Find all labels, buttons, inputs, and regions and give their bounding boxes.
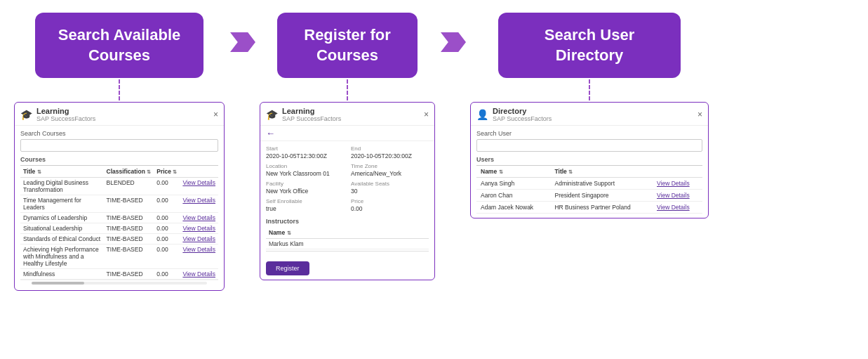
arrow1-shape [230, 32, 255, 52]
timezone-label: Time Zone [351, 163, 429, 169]
course-view-details-cell: View Details [180, 195, 218, 213]
course-price-cell: 0.00 [154, 223, 180, 234]
table-row: Aanya Singh Administrative Support View … [476, 178, 702, 190]
courses-window-title: Learning [36, 107, 95, 115]
course-price-cell: 0.00 [154, 195, 180, 213]
directory-title-text: Directory SAP SuccessFactors [493, 107, 552, 122]
table-row: Leading Digital Business Transformation … [20, 178, 218, 195]
users-section-label: Users [476, 156, 702, 163]
register-hat-icon: 🎓 [266, 109, 278, 120]
course-title-cell: Situational Leadership [20, 223, 104, 234]
user-title-cell: HR Business Partner Poland [550, 202, 653, 214]
col-title[interactable]: Title ⇅ [20, 166, 104, 178]
view-details-link[interactable]: View Details [182, 235, 215, 242]
table-row: Time Management for Leaders TIME-BASED 0… [20, 195, 218, 213]
user-view-details-link[interactable]: View Details [657, 192, 690, 199]
facility-label: Facility [266, 181, 344, 187]
col-action [180, 166, 218, 178]
course-price-cell: 0.00 [154, 244, 180, 269]
course-view-details-cell: View Details [180, 269, 218, 280]
step2-dashed-line [347, 79, 348, 100]
courses-table-container: Title ⇅ Classification ⇅ Price ⇅ Leading… [20, 165, 218, 280]
course-title-cell: Dynamics of Leadership [20, 213, 104, 223]
directory-close-button[interactable]: × [697, 110, 702, 119]
view-details-link[interactable]: View Details [182, 179, 215, 186]
table-row: Standards of Ethical Conduct TIME-BASED … [20, 234, 218, 244]
register-window-body: Start 2020-10-05T12:30:00Z End 2020-10-0… [260, 141, 434, 280]
instructor-name-col: Name ⇅ [266, 227, 429, 239]
register-close-button[interactable]: × [424, 110, 429, 119]
col-user-title[interactable]: Title ⇅ [550, 166, 653, 178]
price-field: Price 0.00 [351, 198, 429, 212]
view-details-link[interactable]: View Details [182, 197, 215, 204]
table-row: Dynamics of Leadership TIME-BASED 0.00 V… [20, 213, 218, 223]
view-details-link[interactable]: View Details [182, 225, 215, 232]
courses-scrollbar[interactable] [20, 280, 218, 286]
step3-box: Search User Directory [498, 13, 681, 78]
person-icon: 👤 [476, 109, 488, 120]
course-classification-cell: BLENDED [104, 178, 154, 195]
register-window-title: Learning [282, 107, 341, 115]
courses-close-button[interactable]: × [213, 110, 218, 119]
directory-window-header: 👤 Directory SAP SuccessFactors × [471, 103, 708, 126]
course-view-details-cell: View Details [180, 234, 218, 244]
course-price-cell: 0.00 [154, 269, 180, 280]
start-field: Start 2020-10-05T12:30:00Z [266, 145, 344, 159]
course-classification-cell: TIME-BASED [104, 213, 154, 223]
register-btn-container: Register [266, 256, 429, 275]
price-label: Price [351, 198, 429, 204]
table-row: Aaron Chan President Singapore View Deta… [476, 190, 702, 202]
step1-section: Search Available Courses 🎓 Learning SAP … [14, 13, 225, 291]
user-view-details-cell: View Details [653, 178, 702, 190]
user-name-cell: Aaron Chan [476, 190, 550, 202]
directory-window-title: Directory [493, 107, 552, 115]
graduation-hat-icon: 🎓 [20, 109, 32, 120]
facility-field: Facility New York Office [266, 181, 344, 195]
start-value: 2020-10-05T12:30:00Z [266, 152, 344, 159]
search-user-input[interactable] [476, 139, 702, 152]
table-row: Achieving High Performance with Mindfuln… [20, 244, 218, 269]
course-price-cell: 0.00 [154, 234, 180, 244]
course-view-details-cell: View Details [180, 178, 218, 195]
timezone-field: Time Zone America/New_York [351, 163, 429, 177]
view-details-link[interactable]: View Details [182, 214, 215, 221]
instructors-section: Instructors Name ⇅ [266, 218, 429, 252]
end-field: End 2020-10-05T20:30:00Z [351, 145, 429, 159]
step1-label: Search Available Courses [58, 26, 180, 64]
user-view-details-link[interactable]: View Details [657, 180, 690, 187]
courses-window-body: Search Courses Courses Title ⇅ Classific… [15, 126, 224, 290]
view-details-link[interactable]: View Details [182, 246, 215, 253]
step1-dashed-line [119, 79, 120, 100]
step3-label: Search User Directory [545, 26, 634, 64]
col-price[interactable]: Price ⇅ [154, 166, 180, 178]
col-user-name[interactable]: Name ⇅ [476, 166, 550, 178]
user-title-sort-icon: ⇅ [568, 169, 573, 174]
scrollbar-thumb [32, 282, 84, 285]
main-container: Search Available Courses 🎓 Learning SAP … [0, 0, 868, 359]
available-seats-field: Available Seats 30 [351, 181, 429, 195]
back-button[interactable]: ← [266, 128, 275, 138]
step1-box: Search Available Courses [35, 13, 203, 78]
step2-section: Register for Courses 🎓 Learning SAP Succ… [260, 13, 435, 280]
register-window: 🎓 Learning SAP SuccessFactors × ← Start … [260, 102, 435, 280]
register-button[interactable]: Register [266, 261, 309, 275]
search-user-label: Search User [476, 130, 702, 137]
courses-window-subtitle: SAP SuccessFactors [36, 115, 95, 122]
course-classification-cell: TIME-BASED [104, 223, 154, 234]
user-view-details-link[interactable]: View Details [657, 204, 690, 211]
table-row: Situational Leadership TIME-BASED 0.00 V… [20, 223, 218, 234]
course-title-cell: Time Management for Leaders [20, 195, 104, 213]
facility-value: New York Office [266, 188, 344, 195]
scrollbar-track [32, 282, 207, 285]
step3-section: Search User Directory 👤 Directory SAP Su… [470, 13, 709, 218]
register-title-text: Learning SAP SuccessFactors [282, 107, 341, 122]
view-details-link[interactable]: View Details [182, 270, 215, 278]
location-label: Location [266, 163, 344, 169]
courses-title-group: 🎓 Learning SAP SuccessFactors [20, 107, 95, 122]
course-classification-cell: TIME-BASED [104, 269, 154, 280]
search-courses-input[interactable] [20, 139, 218, 152]
classification-sort-icon: ⇅ [147, 169, 151, 174]
col-classification[interactable]: Classification ⇅ [104, 166, 154, 178]
arrow2-container [441, 13, 465, 52]
end-value: 2020-10-05T20:30:00Z [351, 152, 429, 159]
